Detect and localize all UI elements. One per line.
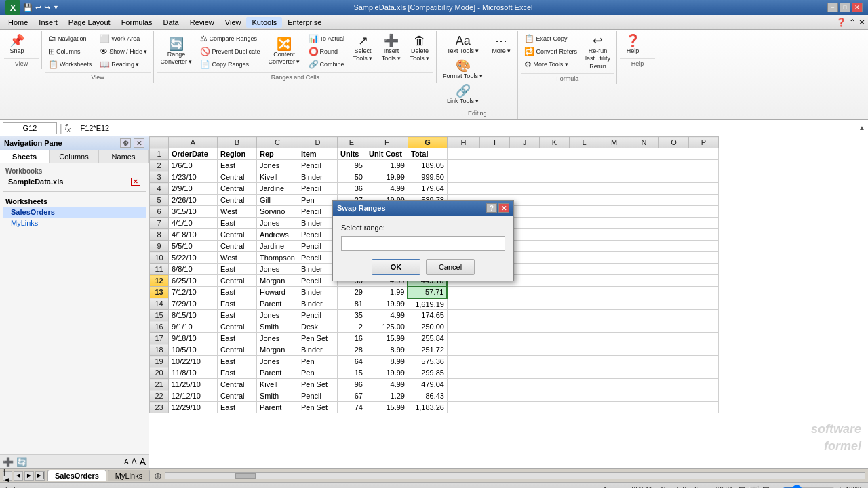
col-header-E[interactable]: E	[337, 137, 366, 148]
cell-D10[interactable]: Pencil	[298, 252, 337, 264]
cell-C21[interactable]: Kivell	[257, 379, 298, 390]
cell-B5[interactable]: Central	[218, 195, 257, 206]
workbook-item[interactable]: SampleData.xls ✕	[3, 176, 146, 187]
cell-A8[interactable]: 4/18/10	[169, 229, 218, 241]
view-layout-icon[interactable]: 📰	[749, 485, 760, 488]
cell-C16[interactable]: Smith	[257, 321, 298, 333]
cell-F17[interactable]: 15.99	[366, 333, 408, 344]
cell-D14[interactable]: Binder	[298, 298, 337, 310]
cell-A12[interactable]: 6/25/10	[169, 275, 218, 287]
cell-D12[interactable]: Pencil	[298, 275, 337, 287]
compare-ranges-button[interactable]: ⚖ Compare Ranges	[197, 33, 263, 45]
col-header-D[interactable]: D	[298, 137, 337, 148]
sheet-add-btn[interactable]: ⊕	[154, 470, 162, 481]
cell-B11[interactable]: East	[218, 264, 257, 275]
cell-D16[interactable]: Desk	[298, 321, 337, 333]
cell-C13[interactable]: Howard	[257, 287, 298, 298]
cell-C14[interactable]: Parent	[257, 298, 298, 310]
cell-D5[interactable]: Pen	[298, 195, 337, 206]
cell-C6[interactable]: Sorvino	[257, 206, 298, 218]
close-button[interactable]: ✕	[852, 3, 863, 12]
nav-tab-columns[interactable]: Columns	[50, 150, 99, 163]
sheet-nav-last[interactable]: ►|	[35, 471, 45, 481]
col-header-L[interactable]: L	[569, 137, 599, 148]
cell-G19[interactable]: 575.36	[408, 356, 447, 367]
cell-B14[interactable]: East	[218, 298, 257, 310]
cell-D21[interactable]: Pen Set	[298, 379, 337, 390]
dialog-close-btn[interactable]: ✕	[498, 203, 509, 213]
horizontal-scrollbar[interactable]	[165, 472, 865, 479]
nav-refresh-icon[interactable]: 🔄	[16, 457, 27, 467]
cell-E17[interactable]: 16	[337, 333, 366, 344]
exact-copy-button[interactable]: 📋 Exact Copy	[521, 33, 580, 45]
quick-access-dropdown[interactable]: ▼	[53, 4, 59, 11]
cell-F2[interactable]: 1.99	[366, 160, 408, 171]
menu-review[interactable]: Review	[184, 17, 220, 28]
cell-B22[interactable]: Central	[218, 390, 257, 402]
dialog-cancel-button[interactable]: Cancel	[426, 259, 475, 275]
cell-C8[interactable]: Andrews	[257, 229, 298, 241]
snap-button[interactable]: 📌 Snap	[4, 33, 30, 57]
cell-B18[interactable]: Central	[218, 344, 257, 356]
cell-D22[interactable]: Pencil	[298, 390, 337, 402]
quick-access-save[interactable]: 💾	[23, 3, 33, 12]
cell-A9[interactable]: 5/5/10	[169, 241, 218, 252]
cell-A18[interactable]: 10/5/10	[169, 344, 218, 356]
col-header-K[interactable]: K	[539, 137, 569, 148]
cell-D11[interactable]: Binder	[298, 264, 337, 275]
cell-C18[interactable]: Morgan	[257, 344, 298, 356]
convert-refers-button[interactable]: 🔁 Convert Refers	[521, 45, 580, 58]
cell-G1[interactable]: Total	[408, 148, 447, 160]
cell-G21[interactable]: 479.04	[408, 379, 447, 390]
cell-C2[interactable]: Jones	[257, 160, 298, 171]
cell-F4[interactable]: 4.99	[366, 183, 408, 195]
col-header-P[interactable]: P	[688, 137, 718, 148]
col-header-C[interactable]: C	[257, 137, 298, 148]
formula-input[interactable]	[73, 124, 856, 132]
more-button[interactable]: ⋯ More ▾	[488, 33, 515, 57]
menu-enterprise[interactable]: Enterprise	[282, 17, 327, 28]
col-header-I[interactable]: I	[479, 137, 509, 148]
insert-tools-button[interactable]: ➕ InsertTools ▾	[378, 33, 405, 64]
cell-A1[interactable]: OrderDate	[169, 148, 218, 160]
round-button[interactable]: ⭕ Round	[305, 45, 349, 58]
cell-A13[interactable]: 7/12/10	[169, 287, 218, 298]
cell-A15[interactable]: 8/15/10	[169, 310, 218, 321]
nav-pane-settings-icon[interactable]: ⚙	[120, 138, 131, 148]
sheet-nav-next[interactable]: ►	[24, 471, 34, 481]
work-area-button[interactable]: ⬜ Work Area	[96, 33, 151, 45]
sheet-tab-mylinks[interactable]: MyLinks	[108, 470, 150, 481]
cell-F15[interactable]: 4.99	[366, 310, 408, 321]
cell-B2[interactable]: East	[218, 160, 257, 171]
nav-font-medium-icon[interactable]: A	[132, 457, 137, 466]
cell-C7[interactable]: Jones	[257, 218, 298, 229]
cell-D19[interactable]: Pen	[298, 356, 337, 367]
cell-F20[interactable]: 19.99	[366, 367, 408, 379]
text-tools-button[interactable]: Aa Text Tools ▾	[439, 33, 486, 57]
cell-B21[interactable]: Central	[218, 379, 257, 390]
col-header-G[interactable]: G	[408, 137, 447, 148]
cell-F21[interactable]: 4.99	[366, 379, 408, 390]
name-box[interactable]	[3, 122, 57, 134]
cell-A17[interactable]: 9/18/10	[169, 333, 218, 344]
cell-A21[interactable]: 11/25/10	[169, 379, 218, 390]
cell-F23[interactable]: 15.99	[366, 402, 408, 413]
col-header-N[interactable]: N	[629, 137, 658, 148]
nav-sheet-mylinks[interactable]: MyLinks	[3, 218, 146, 228]
cell-E1[interactable]: Units	[337, 148, 366, 160]
nav-pane-close-icon[interactable]: ✕	[134, 138, 144, 148]
cell-E23[interactable]: 74	[337, 402, 366, 413]
cell-D17[interactable]: Pen Set	[298, 333, 337, 344]
cell-A7[interactable]: 4/1/10	[169, 218, 218, 229]
cell-G4[interactable]: 179.64	[408, 183, 447, 195]
nav-tab-sheets[interactable]: Sheets	[0, 150, 50, 163]
cell-C22[interactable]: Smith	[257, 390, 298, 402]
cell-E16[interactable]: 2	[337, 321, 366, 333]
cell-D23[interactable]: Pen Set	[298, 402, 337, 413]
col-header-H[interactable]: H	[447, 137, 479, 148]
ribbon-minimize-icon[interactable]: ⌃	[849, 18, 856, 27]
cell-E19[interactable]: 64	[337, 356, 366, 367]
cell-B13[interactable]: East	[218, 287, 257, 298]
cell-G16[interactable]: 250.00	[408, 321, 447, 333]
cell-G23[interactable]: 1,183.26	[408, 402, 447, 413]
